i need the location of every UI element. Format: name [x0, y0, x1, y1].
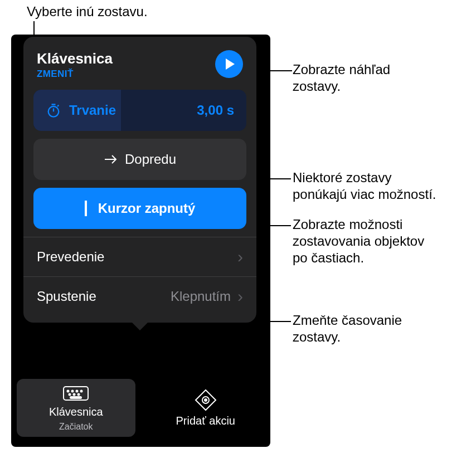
preview-button[interactable]: [215, 50, 243, 78]
callout-build-parts: Zobrazte možnosti zostavovania objektov …: [293, 216, 424, 266]
duration-value: 3,00 s: [197, 103, 234, 118]
popover-title: Klávesnica: [37, 50, 113, 67]
svg-point-0: [48, 106, 59, 117]
chevron-right-icon: ›: [237, 288, 243, 305]
svg-point-3: [72, 390, 74, 392]
direction-button[interactable]: Dopredu: [33, 139, 246, 180]
svg-point-11: [205, 399, 207, 401]
svg-point-7: [74, 393, 75, 395]
direction-label: Dopredu: [125, 152, 176, 167]
build-popover: Klávesnica ZMENIŤ Trvanie 3,00 s: [23, 37, 256, 323]
cursor-icon: [85, 201, 87, 216]
svg-point-5: [81, 390, 82, 392]
start-row[interactable]: Spustenie Klepnutím ›: [23, 276, 256, 316]
callout-select-build: Vyberte inú zostavu.: [27, 3, 148, 20]
change-button[interactable]: ZMENIŤ: [37, 69, 113, 80]
arrow-right-icon: [104, 154, 117, 164]
add-action-button[interactable]: Pridať akciu: [147, 379, 265, 437]
chevron-right-icon: ›: [237, 249, 243, 265]
popover-header: Klávesnica ZMENIŤ: [23, 46, 256, 90]
svg-point-8: [78, 393, 80, 395]
svg-point-4: [76, 390, 78, 392]
tab-label: Klávesnica: [49, 406, 103, 418]
svg-point-6: [69, 393, 71, 395]
keyboard-icon: [62, 384, 89, 402]
play-icon: [225, 58, 235, 70]
delivery-row[interactable]: Prevedenie ›: [23, 237, 256, 276]
callout-more-options: Niektoré zostavy ponúkajú viac možností.: [293, 169, 436, 203]
build-order-tabs: Klávesnica Začiatok Pridať akciu: [11, 369, 270, 447]
build-tab-keyboard[interactable]: Klávesnica Začiatok: [17, 379, 135, 437]
add-action-label: Pridať akciu: [176, 415, 235, 427]
svg-rect-9: [70, 397, 81, 398]
tab-subtitle: Začiatok: [59, 422, 93, 432]
cursor-option-button[interactable]: Kurzor zapnutý: [33, 188, 246, 229]
delivery-label: Prevedenie: [37, 249, 104, 265]
duration-slider[interactable]: Trvanie 3,00 s: [33, 90, 246, 131]
start-value: Klepnutím: [171, 289, 231, 304]
cursor-option-label: Kurzor zapnutý: [98, 201, 196, 216]
duration-label: Trvanie: [69, 103, 116, 118]
device-panel: Klávesnica ZMENIŤ Trvanie 3,00 s: [11, 35, 270, 447]
timer-icon: [46, 103, 61, 118]
callout-preview: Zobrazte náhľad zostavy.: [293, 61, 390, 95]
add-action-icon: [195, 389, 217, 411]
callout-timing: Zmeňte časovanie zostavy.: [293, 312, 402, 345]
start-label: Spustenie: [37, 289, 96, 304]
svg-point-2: [67, 390, 69, 392]
